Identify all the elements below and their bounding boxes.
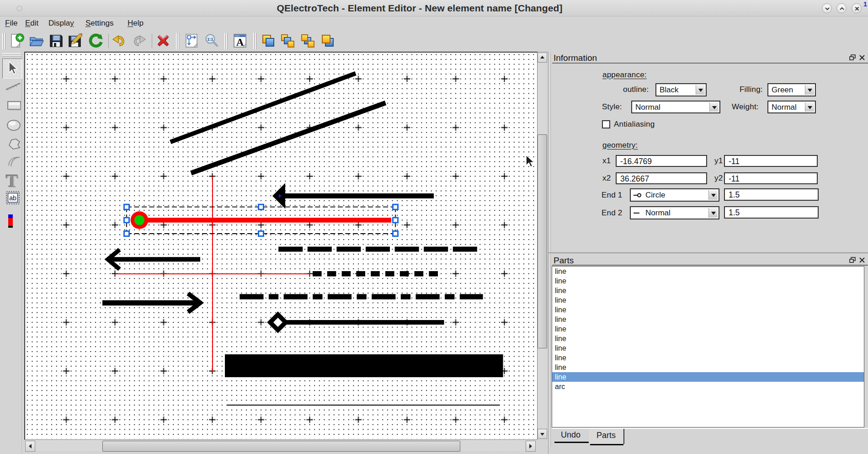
svg-text:ab: ab <box>9 194 16 202</box>
svg-text:1:1: 1:1 <box>207 37 213 42</box>
svg-text:A: A <box>236 37 244 48</box>
